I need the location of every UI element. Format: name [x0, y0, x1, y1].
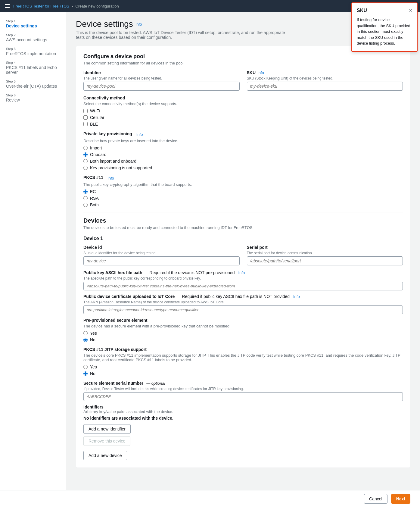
serial-port-input[interactable] [247, 256, 403, 265]
sidebar-step-4[interactable]: Step 4 PKCS #11 labels and Echo server [0, 58, 66, 77]
pkcs-ec[interactable]: EC [83, 189, 403, 194]
jitp-yes[interactable]: Yes [83, 365, 403, 369]
sku-info-link[interactable]: Info [257, 70, 264, 75]
ble-checkbox[interactable] [83, 122, 88, 126]
jitp-yes-radio[interactable] [83, 365, 88, 369]
cancel-button[interactable]: Cancel [364, 494, 387, 504]
sidebar-step-1[interactable]: Step 1 Device settings [0, 17, 66, 31]
pub-cert-group: Public device certificate uploaded to Io… [83, 294, 403, 314]
pre-prov-yes[interactable]: Yes [83, 331, 403, 336]
footer-bar: Cancel Next [0, 490, 420, 507]
pk-onboard-radio[interactable] [83, 152, 88, 157]
wifi-checkbox[interactable] [83, 109, 88, 113]
devices-title: Devices [83, 217, 403, 224]
sku-desc: SKU (Stock Keeping Unit) of the devices … [247, 76, 403, 80]
jitp-no[interactable]: No [83, 371, 403, 376]
breadcrumb-separator: › [72, 4, 73, 8]
page-info-link[interactable]: Info [135, 22, 142, 27]
connectivity-wifi[interactable]: Wi-Fi [83, 108, 403, 113]
serial-port-group: Serial port The serial port for device c… [247, 245, 403, 265]
sku-input[interactable] [247, 82, 403, 91]
step3-label: Step 3 [6, 47, 60, 51]
pub-key-required: — Required if the device is NOT pre-prov… [144, 270, 235, 275]
pre-provisioned-options: Yes No [83, 331, 403, 342]
step2-label: Step 2 [6, 33, 60, 37]
pk-import[interactable]: Import [83, 146, 403, 150]
pkcs-both[interactable]: Both [83, 202, 403, 207]
sidebar-step-5[interactable]: Step 5 Over-the-air (OTA) updates [0, 77, 66, 91]
serial-port-label: Serial port [247, 245, 403, 250]
sidebar-step-2[interactable]: Step 2 AWS account settings [0, 31, 66, 45]
connectivity-cellular[interactable]: Cellular [83, 115, 403, 120]
private-key-desc: Describe how private keys are inserted i… [83, 139, 403, 143]
pk-onboard[interactable]: Onboard [83, 152, 403, 157]
pub-key-desc: The absolute path to the public key corr… [83, 276, 403, 280]
add-device-button[interactable]: Add a new device [83, 451, 127, 460]
breadcrumb-app-link[interactable]: FreeRTOS Tester for FreeRTOS [13, 4, 69, 8]
pub-cert-info-link[interactable]: Info [293, 294, 300, 299]
pub-key-info-link[interactable]: Info [238, 271, 245, 275]
pre-prov-yes-radio[interactable] [83, 331, 88, 335]
sku-label: SKU [247, 70, 256, 75]
pkcs-options: EC RSA Both [83, 189, 403, 207]
pre-provisioned-desc: The device has a secure element with a p… [83, 324, 403, 328]
pub-key-input[interactable] [83, 282, 403, 290]
secure-serial-optional: — optional [146, 381, 165, 386]
pub-cert-input[interactable] [83, 305, 403, 314]
sidebar-step-3[interactable]: Step 3 FreeRTOS implementation [0, 45, 66, 58]
pkcs-desc: The public key cryptography algorithm th… [83, 182, 403, 187]
pk-not-supported[interactable]: Key provisioning is not supported [83, 165, 403, 170]
step6-label: Step 6 [6, 93, 60, 97]
pre-prov-no[interactable]: No [83, 337, 403, 342]
secure-serial-input[interactable] [83, 392, 403, 401]
connectivity-options: Wi-Fi Cellular BLE [83, 108, 403, 127]
identifiers-title: Identifiers [83, 405, 403, 409]
remove-device-button[interactable]: Remove this device [83, 436, 130, 446]
pk-not-supported-radio[interactable] [83, 166, 88, 170]
pub-cert-desc: The ARN (Amazon Resource Name) of the de… [83, 300, 403, 304]
connectivity-ble[interactable]: BLE [83, 122, 403, 127]
identifier-desc: The user given name for all devices bein… [83, 76, 240, 80]
serial-port-desc: The serial port for device communication… [247, 251, 403, 255]
hamburger-menu[interactable] [5, 4, 10, 8]
breadcrumb: FreeRTOS Tester for FreeRTOS › Create ne… [13, 4, 119, 8]
cellular-checkbox[interactable] [83, 115, 88, 120]
pk-both[interactable]: Both import and onboard [83, 159, 403, 164]
step6-title: Review [6, 98, 60, 102]
pub-key-group: Public key ASCII hex file path — Require… [83, 270, 403, 290]
pkcs-both-radio[interactable] [83, 203, 88, 207]
popover-close-button[interactable]: × [409, 8, 412, 13]
private-key-info-link[interactable]: Info [136, 132, 143, 137]
add-identifier-button[interactable]: Add a new identifier [83, 424, 131, 434]
sku-group: SKU Info SKU (Stock Keeping Unit) of the… [247, 70, 403, 91]
device-id-group: Device id A unique identifier for the de… [83, 245, 240, 265]
secure-serial-desc: If provided, Device Tester will include … [83, 387, 403, 391]
identifiers-empty: No identifiers are associated with the d… [83, 416, 403, 421]
configure-pool-title: Configure a device pool [83, 53, 403, 60]
next-button[interactable]: Next [391, 494, 410, 504]
pkcs-title: PKCS #11 [83, 175, 103, 180]
jitp-no-radio[interactable] [83, 371, 88, 376]
step2-title: AWS account settings [6, 37, 60, 42]
pre-prov-no-radio[interactable] [83, 338, 88, 342]
pk-both-radio[interactable] [83, 159, 88, 163]
jitp-group: PKCS #11 JITP storage support The device… [83, 347, 403, 376]
identifier-input[interactable] [83, 82, 240, 91]
main-content: Device settings Info This is the device … [66, 12, 420, 507]
pkcs-info-link[interactable]: Info [107, 176, 114, 180]
device-id-input[interactable] [83, 256, 240, 265]
identifier-group: Identifier The user given name for all d… [83, 70, 240, 91]
breadcrumb-current: Create new configuration [75, 4, 119, 8]
pk-import-radio[interactable] [83, 146, 88, 150]
pkcs-rsa-radio[interactable] [83, 196, 88, 200]
private-key-title: Private key provisioning [83, 131, 132, 136]
pkcs-rsa[interactable]: RSA [83, 196, 403, 201]
jitp-title: PKCS #11 JITP storage support [83, 347, 403, 352]
popover-body: If testing for device qualification, the… [357, 17, 412, 46]
configure-pool-desc: The common setting information for all d… [83, 61, 403, 65]
pkcs-ec-radio[interactable] [83, 189, 88, 194]
secure-serial-label: Secure element serial number [83, 381, 143, 386]
sidebar-step-6[interactable]: Step 6 Review [0, 91, 66, 105]
popover-header: SKU × [357, 8, 412, 13]
device-id-label: Device id [83, 245, 240, 250]
